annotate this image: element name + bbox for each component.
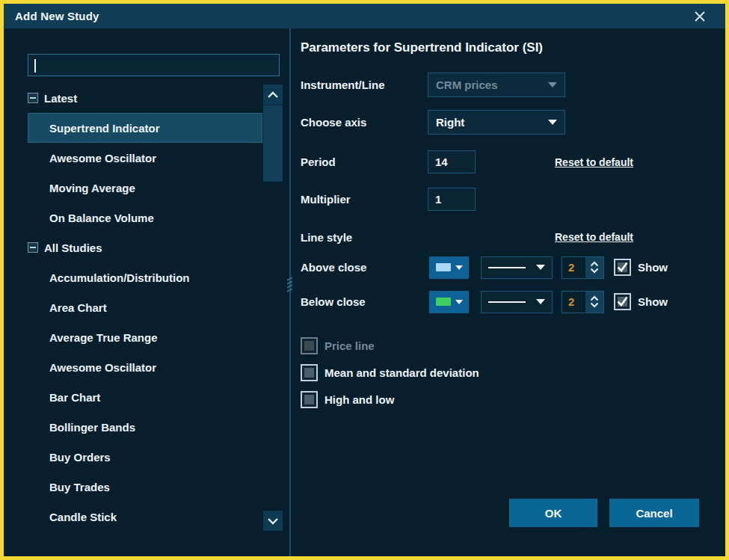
search-input[interactable] [28, 55, 279, 76]
stepper-arrows[interactable] [585, 292, 603, 313]
cancel-button[interactable]: Cancel [609, 499, 699, 527]
tree-label: Buy Orders [49, 451, 111, 464]
tree-label: Accumulation/Distribution [49, 271, 190, 284]
study-tree: LatestSupertrend IndicatorAwesome Oscill… [4, 83, 289, 532]
add-new-study-dialog: Add New Study LatestSupertrend Indicator… [0, 0, 729, 560]
multiplier-input[interactable] [428, 188, 476, 211]
dialog-title: Add New Study [15, 10, 99, 22]
scroll-down-button[interactable] [263, 511, 283, 531]
tree-item[interactable]: Average True Range [28, 322, 262, 352]
collapse-minus-icon[interactable] [28, 242, 38, 253]
below-close-label: Below close [301, 295, 429, 308]
tree-item[interactable]: Area Chart [28, 292, 262, 322]
tree-label: On Balance Volume [49, 212, 154, 224]
tree-label: Moving Average [49, 182, 135, 194]
above-show-checkbox[interactable] [614, 259, 631, 276]
below-show-checkbox[interactable] [614, 293, 631, 310]
tree-label: Supertrend Indicator [49, 122, 160, 135]
below-color-dropdown[interactable] [429, 291, 469, 313]
linestyle-label: Line style [301, 231, 428, 244]
option-label: Mean and standard deviation [324, 366, 479, 379]
chevron-down-icon [548, 82, 557, 87]
below-show-label: Show [638, 295, 668, 308]
tree-label: Buy Trades [49, 481, 110, 493]
axis-dropdown[interactable]: Right [428, 110, 565, 135]
tree-label: All Studies [44, 241, 102, 254]
tree-item[interactable]: Awesome Oscillator [28, 143, 262, 173]
above-show-label: Show [638, 261, 668, 274]
instrument-label: Instrument/Line [301, 79, 428, 91]
tree-item[interactable]: On Balance Volume [28, 203, 262, 233]
above-color-dropdown[interactable] [429, 256, 469, 279]
chevron-down-icon [455, 265, 463, 270]
period-reset-link[interactable]: Reset to default [555, 156, 633, 168]
tree-item[interactable]: Moving Average [28, 173, 262, 203]
above-width-value: 2 [562, 257, 585, 278]
chevron-down-icon [536, 265, 545, 270]
checkmark-icon [615, 260, 630, 274]
close-icon[interactable] [692, 9, 707, 24]
tree-item[interactable]: Bar Chart [28, 382, 262, 412]
above-linestyle-dropdown[interactable] [481, 256, 553, 279]
above-color-swatch [436, 263, 451, 271]
tree-label: Area Chart [49, 301, 107, 314]
text-caret [34, 59, 36, 73]
tree-label: Latest [44, 92, 77, 105]
screen: Add New Study LatestSupertrend Indicator… [0, 0, 729, 560]
option-row: Price line [301, 336, 716, 356]
below-linestyle-dropdown[interactable] [481, 291, 553, 313]
study-list-panel: LatestSupertrend IndicatorAwesome Oscill… [4, 28, 289, 556]
tree-item[interactable]: Buy Orders [28, 442, 262, 472]
tree-item[interactable]: Bollinger Bands [28, 412, 262, 442]
tree-group-header[interactable]: Latest [4, 83, 289, 113]
stepper-arrows[interactable] [585, 257, 603, 278]
tree-item[interactable]: Supertrend Indicator [28, 113, 262, 143]
search-box [28, 54, 280, 76]
parameters-heading: Parameters for Supertrend Indicator (SI) [301, 40, 543, 55]
below-color-swatch [436, 298, 451, 306]
above-close-label: Above close [301, 261, 429, 274]
solid-line-icon [488, 301, 526, 303]
instrument-value: CRM prices [436, 79, 498, 91]
above-width-stepper: 2 [562, 256, 604, 279]
tree-item[interactable]: Buy Trades [28, 472, 262, 502]
multiplier-label: Multiplier [301, 193, 428, 206]
tree-label: Bollinger Bands [49, 421, 135, 434]
tree-label: Average True Range [49, 331, 158, 344]
option-row: Mean and standard deviation [301, 363, 716, 383]
tree-label: Awesome Oscillator [49, 152, 156, 164]
chevron-down-icon [548, 120, 557, 125]
tree-label: Awesome Oscillator [49, 361, 156, 374]
below-width-stepper: 2 [562, 291, 604, 313]
tree-item[interactable]: Accumulation/Distribution [28, 262, 262, 292]
checkbox-mean-and-standard-deviation[interactable] [301, 364, 318, 381]
option-label: High and low [324, 393, 394, 406]
checkbox-high-and-low[interactable] [301, 391, 318, 408]
period-input[interactable] [428, 150, 476, 173]
solid-line-icon [488, 267, 526, 268]
axis-label: Choose axis [301, 116, 428, 129]
scrollbar-thumb[interactable] [263, 105, 283, 182]
tree-label: Bar Chart [49, 391, 100, 404]
tree-group-header[interactable]: All Studies [4, 233, 289, 262]
tree-label: Candle Stick [49, 511, 117, 523]
period-label: Period [301, 156, 428, 168]
option-row: High and low [301, 390, 716, 410]
tree-item[interactable]: Candle Stick [28, 502, 262, 532]
titlebar: Add New Study [4, 4, 725, 28]
tree-item[interactable]: Awesome Oscillator [28, 352, 262, 382]
chevron-down-icon [455, 300, 463, 304]
below-width-value: 2 [562, 292, 585, 313]
instrument-dropdown: CRM prices [428, 73, 565, 97]
checkbox-price-line [301, 337, 318, 354]
linestyle-reset-link[interactable]: Reset to default [555, 231, 633, 243]
ok-button[interactable]: OK [509, 499, 597, 527]
parameters-panel: Parameters for Supertrend Indicator (SI)… [291, 28, 725, 556]
option-label: Price line [324, 339, 375, 352]
collapse-minus-icon[interactable] [28, 93, 38, 103]
dialog-body: LatestSupertrend IndicatorAwesome Oscill… [4, 28, 725, 556]
chevron-down-icon [536, 299, 545, 304]
axis-value: Right [436, 116, 464, 129]
checkmark-icon [615, 295, 630, 309]
scroll-up-button[interactable] [263, 84, 283, 105]
